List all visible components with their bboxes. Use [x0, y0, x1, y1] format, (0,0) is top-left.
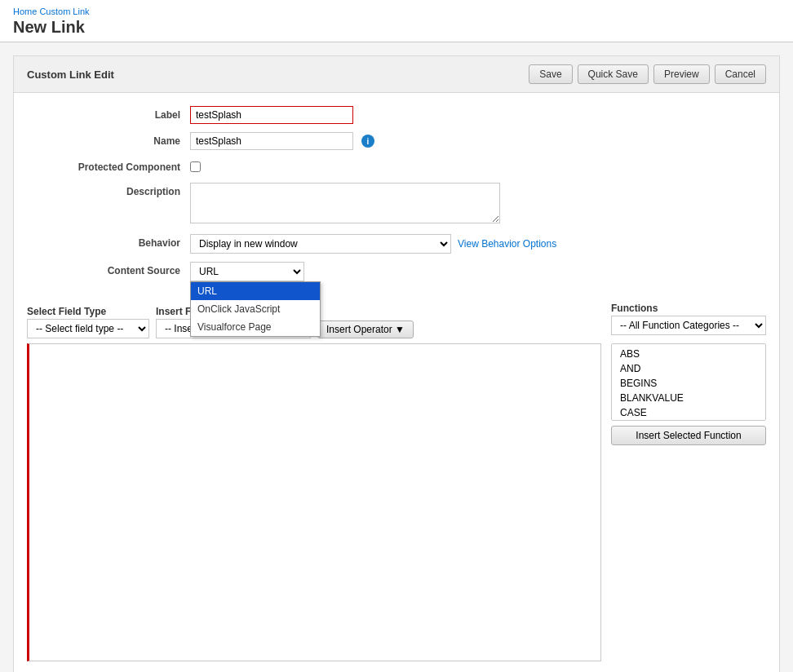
functions-list[interactable]: ABS AND BEGINS BLANKVALUE CASE CASESAFEI… — [611, 343, 766, 421]
content-source-label: Content Source — [27, 262, 190, 276]
functions-category-select[interactable]: -- All Function Categories -- — [611, 316, 766, 335]
save-button[interactable]: Save — [529, 64, 572, 84]
quick-save-button[interactable]: Quick Save — [578, 64, 649, 84]
page-title: New Link — [13, 18, 780, 37]
label-input[interactable] — [190, 106, 353, 124]
label-field-control — [190, 106, 766, 124]
content-source-dropdown-menu: URL OnClick JavaScript Visualforce Page — [190, 281, 321, 337]
functions-panel: ABS AND BEGINS BLANKVALUE CASE CASESAFEI… — [611, 343, 766, 661]
panel-title: Custom Link Edit — [27, 69, 114, 81]
cancel-button[interactable]: Cancel — [715, 64, 766, 84]
name-field-label: Name — [27, 132, 190, 147]
behavior-select[interactable]: Display in new window Display in current… — [190, 234, 451, 254]
name-input[interactable] — [190, 132, 353, 150]
page-header: Home Custom Link New Link — [0, 0, 793, 42]
description-label: Description — [27, 183, 190, 197]
protected-control — [190, 158, 766, 175]
label-row: Label — [14, 106, 779, 124]
protected-label: Protected Component — [27, 158, 190, 173]
select-field-type-select[interactable]: -- Select field type -- — [27, 319, 149, 338]
breadcrumb: Home Custom Link — [13, 7, 780, 16]
editor-section: Select Field Type -- Select field type -… — [14, 303, 779, 668]
behavior-label: Behavior — [27, 234, 190, 249]
select-field-type-label: Select Field Type — [27, 306, 149, 317]
name-field-control: i — [190, 132, 766, 150]
protected-checkbox[interactable] — [190, 161, 201, 172]
content-source-control: URL OnClick JavaScript Visualforce Page … — [190, 262, 766, 281]
preview-button[interactable]: Preview — [653, 64, 710, 84]
panel-header: Custom Link Edit Save Quick Save Preview… — [14, 56, 779, 93]
view-behavior-link[interactable]: View Behavior Options — [458, 238, 556, 250]
custom-link-edit-panel: Custom Link Edit Save Quick Save Preview… — [13, 55, 780, 672]
behavior-control: Display in new window Display in current… — [190, 234, 766, 254]
dropdown-item-onclick[interactable]: OnClick JavaScript — [191, 300, 320, 318]
name-info-icon: i — [361, 135, 374, 148]
behavior-row: Behavior Display in new window Display i… — [14, 234, 779, 254]
protected-row: Protected Component — [14, 158, 779, 175]
content-source-select[interactable]: URL OnClick JavaScript Visualforce Page — [190, 262, 304, 281]
description-textarea[interactable] — [190, 183, 500, 223]
label-field-label: Label — [27, 106, 190, 121]
name-row: Name i — [14, 132, 779, 150]
editor-textarea[interactable] — [27, 343, 601, 661]
editor-area-container: ABS AND BEGINS BLANKVALUE CASE CASESAFEI… — [27, 343, 766, 661]
panel-actions: Save Quick Save Preview Cancel — [529, 64, 766, 84]
description-control — [190, 183, 766, 226]
bottom-section: Check Syntax i — [14, 668, 779, 672]
insert-selected-function-button[interactable]: Insert Selected Function — [611, 426, 766, 445]
functions-label: Functions — [611, 303, 766, 314]
form-body: Label Name i Protected Component — [14, 93, 779, 303]
insert-operator-button[interactable]: Insert Operator ▼ — [317, 321, 414, 338]
content-source-row: Content Source URL OnClick JavaScript Vi… — [14, 262, 779, 281]
dropdown-item-visualforce[interactable]: Visualforce Page — [191, 318, 320, 336]
dropdown-item-url[interactable]: URL — [191, 282, 320, 300]
description-row: Description — [14, 183, 779, 226]
